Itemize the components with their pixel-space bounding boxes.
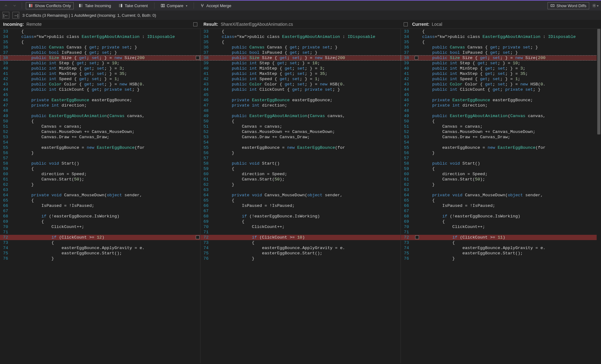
- code-line[interactable]: 39 public int Step { get; set; } = 10;: [200, 61, 401, 66]
- last-conflict-button[interactable]: →|: [12, 12, 19, 19]
- code-line[interactable]: 48: [0, 108, 200, 113]
- code-line[interactable]: 44 public int ClickCount { get; private …: [0, 87, 200, 92]
- current-pane[interactable]: 33 {34 class="kw">public class EasterEgg…: [401, 29, 601, 363]
- code-line[interactable]: 48: [200, 108, 401, 113]
- code-line[interactable]: 60 direction = Speed;: [200, 171, 401, 177]
- code-line[interactable]: 50 {: [200, 119, 401, 124]
- code-line[interactable]: 35 {: [401, 39, 601, 45]
- code-line[interactable]: 41 public int MaxStep { get; set; } = 35…: [200, 71, 401, 76]
- code-line[interactable]: 61 Canvas.Start(50);: [0, 177, 200, 182]
- code-line[interactable]: 43 public Color Color { get; set; } = ne…: [200, 82, 401, 87]
- code-line[interactable]: 66 IsPaused = !IsPaused;: [0, 203, 200, 208]
- conflict-checkbox[interactable]: [415, 235, 419, 239]
- code-line[interactable]: 62 }: [0, 182, 200, 187]
- code-line[interactable]: 53 Canvas.Draw += Canvas_Draw;: [0, 134, 200, 140]
- code-line[interactable]: 42 public int Speed { get; set; } = 1;: [200, 76, 401, 82]
- code-line[interactable]: 68 if (!easterEggBounce.IsWorking): [401, 214, 601, 219]
- code-line[interactable]: 47 private int direction;: [0, 103, 200, 108]
- code-line[interactable]: 72 if (ClickCount >= 11): [401, 235, 601, 240]
- code-line[interactable]: 34 class="kw">public class EasterEggAbou…: [200, 34, 401, 39]
- result-pane[interactable]: 33 {34 class="kw">public class EasterEgg…: [200, 29, 401, 363]
- code-line[interactable]: 67: [200, 208, 401, 214]
- code-line[interactable]: 76 }: [0, 256, 200, 261]
- code-line[interactable]: 49 public EasterEggAboutAnimation(Canvas…: [401, 113, 601, 119]
- code-line[interactable]: 70 ClickCount++;: [401, 224, 601, 230]
- code-line[interactable]: 72 if (ClickCount >= 10): [200, 235, 401, 240]
- code-line[interactable]: 37 public bool IsPaused { get; set; }: [0, 50, 200, 55]
- code-line[interactable]: 74 easterEggBounce.ApplyGravity = e.: [200, 245, 401, 251]
- code-line[interactable]: 75 easterEggBounce.Start();: [0, 251, 200, 256]
- code-line[interactable]: 37 public bool IsPaused { get; set; }: [200, 50, 401, 55]
- code-line[interactable]: 46 private EasterEggBounce easterEggBoun…: [200, 98, 401, 103]
- code-line[interactable]: 33 {: [200, 29, 401, 34]
- vertical-scrollbar[interactable]: [597, 29, 601, 363]
- code-line[interactable]: 55 easterEggBounce = new EasterEggBounce…: [200, 145, 401, 150]
- code-line[interactable]: 53 Canvas.Draw += Canvas_Draw;: [401, 134, 601, 140]
- take-incoming-button[interactable]: Take Incoming: [76, 2, 113, 9]
- code-line[interactable]: 61 Canvas.Start(50);: [401, 177, 601, 182]
- code-line[interactable]: 41 public int MaxStep { get; set; } = 35…: [401, 71, 601, 76]
- code-line[interactable]: 45: [200, 92, 401, 98]
- code-line[interactable]: 33 {: [401, 29, 601, 34]
- code-line[interactable]: 47 private int direction;: [401, 103, 601, 108]
- code-line[interactable]: 38 public Size Size { get; set; } = new …: [200, 55, 401, 61]
- code-line[interactable]: 57: [401, 156, 601, 161]
- code-line[interactable]: 63: [401, 187, 601, 193]
- accept-merge-button[interactable]: Accept Merge: [198, 2, 234, 9]
- code-line[interactable]: 71: [200, 230, 401, 235]
- code-line[interactable]: 54: [401, 140, 601, 145]
- incoming-select-all-checkbox[interactable]: [193, 22, 197, 26]
- code-line[interactable]: 69 {: [0, 219, 200, 224]
- code-line[interactable]: 40 public int MinStep { get; set; } = 3;: [0, 66, 200, 71]
- code-line[interactable]: 43 public Color Color { get; set; } = ne…: [401, 82, 601, 87]
- code-line[interactable]: 39 public int Step { get; set; } = 10;: [401, 61, 601, 66]
- code-line[interactable]: 56 }: [200, 150, 401, 156]
- show-word-diffs-button[interactable]: Show Word Diffs: [548, 2, 589, 9]
- conflict-checkbox[interactable]: [415, 56, 418, 60]
- code-line[interactable]: 65 {: [401, 198, 601, 203]
- code-line[interactable]: 52 Canvas.MouseDown += Canvas_MouseDown;: [0, 129, 200, 134]
- code-line[interactable]: 68 if (!easterEggBounce.IsWorking): [200, 214, 401, 219]
- code-line[interactable]: 43 public Color Color { get; set; } = ne…: [0, 82, 200, 87]
- code-line[interactable]: 54: [200, 140, 401, 145]
- code-line[interactable]: 36 public Canvas Canvas { get; private s…: [0, 45, 200, 50]
- code-line[interactable]: 40 public int MinStep { get; set; } = 3;: [401, 66, 601, 71]
- code-line[interactable]: 45: [401, 92, 601, 98]
- code-line[interactable]: 58 public void Start(): [401, 161, 601, 166]
- code-line[interactable]: 66 IsPaused = !IsPaused;: [200, 203, 401, 208]
- code-line[interactable]: 74 easterEggBounce.ApplyGravity = e.: [401, 245, 601, 251]
- code-line[interactable]: 40 public int MinStep { get; set; } = 3;: [200, 66, 401, 71]
- code-line[interactable]: 60 direction = Speed;: [401, 171, 601, 177]
- code-line[interactable]: 41 public int MaxStep { get; set; } = 35…: [0, 71, 200, 76]
- code-line[interactable]: 59 {: [200, 166, 401, 171]
- code-line[interactable]: 38 public Size Size { get; set; } = new …: [401, 55, 601, 61]
- code-line[interactable]: 63: [0, 187, 200, 193]
- code-line[interactable]: 62 }: [200, 182, 401, 187]
- code-line[interactable]: 59 {: [0, 166, 200, 171]
- code-line[interactable]: 52 Canvas.MouseDown += Canvas_MouseDown;: [401, 129, 601, 134]
- code-line[interactable]: 33 {: [0, 29, 200, 34]
- code-line[interactable]: 50 {: [401, 119, 601, 124]
- code-line[interactable]: 74 easterEggBounce.ApplyGravity = e.: [0, 245, 200, 251]
- code-line[interactable]: 44 public int ClickCount { get; private …: [401, 87, 601, 92]
- code-line[interactable]: 51 Canvas = canvas;: [0, 124, 200, 129]
- code-line[interactable]: 70 ClickCount++;: [200, 224, 401, 230]
- incoming-pane[interactable]: 33 {34 class="kw">public class EasterEgg…: [0, 29, 200, 363]
- code-line[interactable]: 60 direction = Speed;: [0, 171, 200, 177]
- current-select-all-checkbox[interactable]: [404, 22, 408, 26]
- code-line[interactable]: 55 easterEggBounce = new EasterEggBounce…: [401, 145, 601, 150]
- code-line[interactable]: 42 public int Speed { get; set; } = 1;: [401, 76, 601, 82]
- code-line[interactable]: 42 public int Speed { get; set; } = 1;: [0, 76, 200, 82]
- code-line[interactable]: 51 Canvas = canvas;: [200, 124, 401, 129]
- code-line[interactable]: 56 }: [401, 150, 601, 156]
- code-line[interactable]: 67: [401, 208, 601, 214]
- code-line[interactable]: 75 easterEggBounce.Start();: [401, 251, 601, 256]
- code-line[interactable]: 65 {: [200, 198, 401, 203]
- code-line[interactable]: 56 }: [0, 150, 200, 156]
- code-line[interactable]: 63: [200, 187, 401, 193]
- code-line[interactable]: 57: [0, 156, 200, 161]
- code-line[interactable]: 53 Canvas.Draw += Canvas_Draw;: [200, 134, 401, 140]
- code-line[interactable]: 49 public EasterEggAboutAnimation(Canvas…: [0, 113, 200, 119]
- code-line[interactable]: 73 {: [0, 240, 200, 245]
- code-line[interactable]: 58 public void Start(): [0, 161, 200, 166]
